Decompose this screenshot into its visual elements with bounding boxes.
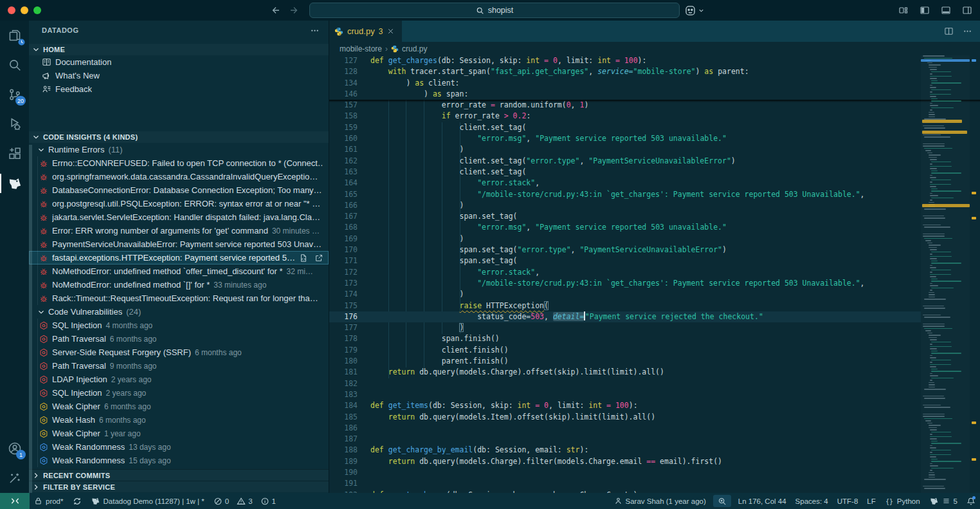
- status-remote-indicator[interactable]: [0, 493, 30, 509]
- home-item-feedback[interactable]: Feedback: [29, 82, 329, 96]
- code-editor[interactable]: 157 error_rate = random.uniform(0, 1)158…: [329, 55, 980, 493]
- runtime-error-item[interactable]: Error: ERR wrong number of arguments for…: [29, 224, 329, 237]
- vulnerability-item[interactable]: Weak Randomness13 days ago: [29, 440, 329, 454]
- minimize-window-button[interactable]: [21, 6, 28, 14]
- runtime-error-item[interactable]: jakarta.servlet.ServletException: Handle…: [29, 210, 329, 224]
- more-actions-icon[interactable]: [963, 26, 972, 36]
- status-git-blame[interactable]: Sarav Shah (1 year ago): [610, 493, 711, 509]
- activity-item-explorer[interactable]: [0, 21, 29, 50]
- sidebar-scrollbar[interactable]: [29, 145, 32, 493]
- split-editor-icon[interactable]: [944, 26, 954, 36]
- toggle-secondary-sidebar-icon[interactable]: [962, 5, 972, 15]
- status-profile-indicator[interactable]: prod*: [30, 493, 68, 509]
- code-line-191[interactable]: 191: [329, 478, 921, 489]
- history-back-icon[interactable]: [270, 5, 280, 15]
- code-line-167[interactable]: 167 span.set_tag(: [329, 211, 921, 222]
- group-code-vulnerabilities[interactable]: Code Vulnerabilities (24): [29, 305, 329, 319]
- vulnerability-item[interactable]: Server-Side Request Forgery (SSRF)6 mont…: [29, 346, 329, 359]
- command-center-search[interactable]: shopist: [309, 3, 680, 18]
- activity-item-settings-wand[interactable]: [0, 463, 29, 493]
- status-zoom-indicator[interactable]: [713, 495, 731, 507]
- vulnerability-item[interactable]: Path Traversal9 months ago: [29, 359, 329, 373]
- activity-item-source-control[interactable]: 20: [0, 80, 29, 109]
- vulnerability-item[interactable]: Weak Hash6 months ago: [29, 413, 329, 427]
- code-line-171[interactable]: 171 span.set_tag(: [329, 255, 921, 266]
- code-line-158[interactable]: 158 if error_rate > 0.2:: [329, 111, 921, 122]
- vulnerability-item[interactable]: Weak Cipher1 year ago: [29, 427, 329, 440]
- status-eol[interactable]: LF: [862, 493, 880, 509]
- status-datadog-demo[interactable]: Datadog Demo (11287) | 1w | *: [86, 493, 209, 509]
- code-line-170[interactable]: 170 span.set_tag("error.type", "PaymentS…: [329, 245, 921, 255]
- vulnerability-item[interactable]: LDAP Injection2 years ago: [29, 373, 329, 386]
- section-filter-by-service[interactable]: FILTER BY SERVICE: [29, 481, 329, 492]
- status-datadog-issues[interactable]: 5: [925, 493, 962, 509]
- breadcrumb-folder[interactable]: mobile-store: [340, 44, 382, 53]
- history-forward-icon[interactable]: [289, 5, 300, 15]
- toggle-primary-sidebar-icon[interactable]: [920, 5, 930, 15]
- status-sync-status[interactable]: [68, 493, 86, 509]
- external-link-icon[interactable]: [314, 254, 323, 263]
- code-line-188[interactable]: 188def get_charge_by_email(db: Session, …: [329, 445, 921, 456]
- sticky-scroll[interactable]: 127def get_charges(db: Session, skip: in…: [329, 55, 921, 100]
- code-line-161[interactable]: 161 ): [329, 144, 921, 155]
- code-line-174[interactable]: 174 ): [329, 289, 921, 300]
- toggle-panel-icon[interactable]: [941, 5, 951, 15]
- code-line-190[interactable]: 190: [329, 467, 921, 478]
- code-line-159[interactable]: 159 client.set_tag(: [329, 122, 921, 133]
- runtime-error-item[interactable]: Errno::ECONNREFUSED: Failed to open TCP …: [29, 156, 329, 170]
- section-home[interactable]: HOME: [29, 44, 329, 55]
- runtime-error-item[interactable]: DatabaseConnectionError: Database Connec…: [29, 183, 329, 197]
- code-line-164[interactable]: 164 "error.stack",: [329, 178, 921, 189]
- vulnerability-item[interactable]: Path Traversal6 months ago: [29, 332, 329, 346]
- code-line-183[interactable]: 183: [329, 389, 921, 400]
- zoom-window-button[interactable]: [33, 6, 41, 14]
- section-code-insights[interactable]: CODE INSIGHTS (4 KINDS): [29, 131, 329, 143]
- vulnerability-item[interactable]: SQL Injection2 years ago: [29, 386, 329, 400]
- code-line-189[interactable]: 189 return db.query(models.Charge).filte…: [329, 456, 921, 467]
- minimap[interactable]: [921, 55, 970, 493]
- home-item-documentation[interactable]: Documentation: [29, 55, 329, 69]
- runtime-error-item[interactable]: Rack::Timeout::RequestTimeoutException: …: [29, 292, 329, 305]
- more-actions-icon[interactable]: [310, 26, 320, 35]
- customize-layout-icon[interactable]: [898, 5, 909, 15]
- code-line-146[interactable]: 146 ) as span:: [329, 89, 862, 100]
- code-line-172[interactable]: 172 "error.stack",: [329, 267, 921, 278]
- vulnerability-item[interactable]: SQL Injection4 months ago: [29, 319, 329, 332]
- code-line-180[interactable]: 180 parent.finish(): [329, 356, 921, 367]
- code-line-176[interactable]: 176 status_code=503, detail="Payment ser…: [329, 311, 921, 322]
- code-line-181[interactable]: 181 return db.query(models.Charge).offse…: [329, 367, 921, 378]
- home-item-what-s-new[interactable]: What's New: [29, 69, 329, 82]
- code-line-127[interactable]: 127def get_charges(db: Session, skip: in…: [329, 55, 862, 66]
- code-line-128[interactable]: 128 with tracer.start_span("fast_api.get…: [329, 66, 862, 77]
- vulnerability-item[interactable]: Weak Cipher6 months ago: [29, 400, 329, 413]
- vulnerability-item[interactable]: Weak Randomness15 days ago: [29, 454, 329, 467]
- code-line-169[interactable]: 169 ): [329, 234, 921, 245]
- activity-item-datadog[interactable]: [0, 169, 29, 198]
- code-line-166[interactable]: 166 ): [329, 200, 921, 211]
- file-code-icon[interactable]: [299, 254, 308, 263]
- runtime-error-item[interactable]: NoMethodError: undefined method `offer_t…: [29, 264, 329, 278]
- code-line-184[interactable]: 184def get_items(db: Session, skip: int …: [329, 400, 921, 411]
- status-problems[interactable]: 031: [209, 493, 280, 509]
- status-cursor-position[interactable]: Ln 176, Col 44: [734, 493, 791, 509]
- code-line-165[interactable]: 165 "/mobile-store/crud.py:43:in `get_ch…: [329, 189, 921, 200]
- code-line-173[interactable]: 173 "/mobile-store/crud.py:43:in `get_ch…: [329, 278, 921, 289]
- activity-item-search[interactable]: [0, 50, 29, 80]
- code-line-186[interactable]: 186: [329, 423, 921, 434]
- activity-item-accounts[interactable]: 1: [0, 434, 29, 463]
- code-line-162[interactable]: 162 client.set_tag("error.type", "Paymen…: [329, 156, 921, 167]
- runtime-error-item[interactable]: org.springframework.data.cassandra.Cassa…: [29, 170, 329, 183]
- group-runtime-errors[interactable]: Runtime Errors (11): [29, 143, 329, 156]
- status-encoding[interactable]: UTF-8: [833, 493, 863, 509]
- code-line-182[interactable]: 182: [329, 378, 921, 389]
- status-indentation[interactable]: Spaces: 4: [791, 493, 833, 509]
- section-recent-commits[interactable]: RECENT COMMITS: [29, 469, 329, 481]
- code-line-177[interactable]: 177 ): [329, 322, 921, 333]
- activity-item-run-and-debug[interactable]: [0, 109, 29, 139]
- code-line-157[interactable]: 157 error_rate = random.uniform(0, 1): [329, 100, 921, 111]
- runtime-error-item[interactable]: org.postgresql.util.PSQLException: ERROR…: [29, 197, 329, 210]
- runtime-error-item[interactable]: NoMethodError: undefined method `[]' for…: [29, 278, 329, 292]
- status-notifications[interactable]: [962, 493, 980, 509]
- code-line-160[interactable]: 160 "error.msg", "Payment service report…: [329, 133, 921, 144]
- runtime-error-item[interactable]: fastapi.exceptions.HTTPException: Paymen…: [29, 251, 329, 264]
